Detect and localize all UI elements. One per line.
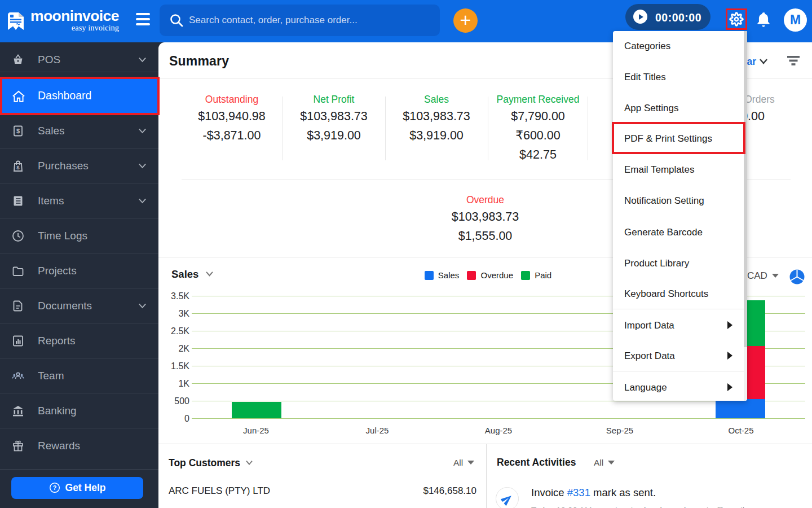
svg-text:?: ? [52,484,56,491]
svg-text:$: $ [16,128,20,134]
svg-text:$: $ [16,164,20,170]
